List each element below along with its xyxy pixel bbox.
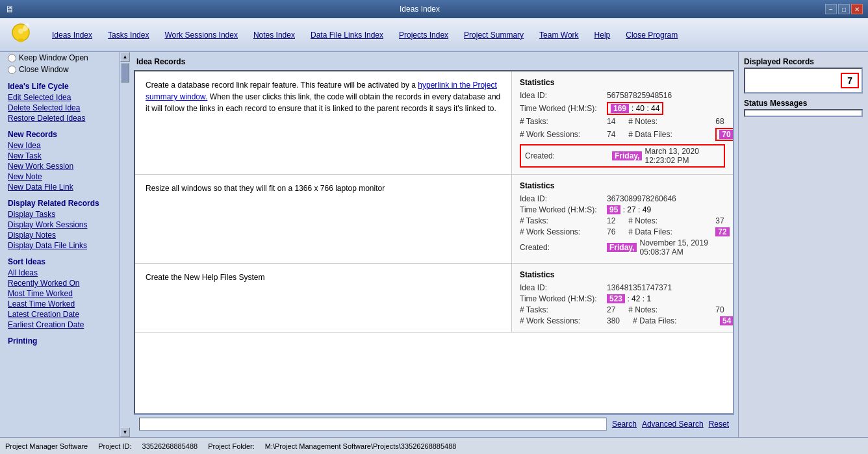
new-records-header: New Records — [0, 127, 120, 140]
sessions-files-row: # Work Sessions: 76 # Data Files: 72 — [520, 227, 725, 236]
files-sub: # Data Files: 70 — [628, 128, 734, 141]
search-input[interactable] — [139, 418, 607, 431]
nav-bar: Ideas Index Tasks Index Work Sessions In… — [0, 18, 868, 52]
nav-ideas-index[interactable]: Ideas Index — [44, 28, 100, 42]
notes-label: # Notes: — [628, 117, 713, 126]
status-messages-box — [744, 109, 863, 117]
tasks-value: 27 — [607, 305, 615, 314]
idea-id-label: Idea ID: — [520, 194, 604, 203]
title-bar: 🖥 Ideas Index − □ ✕ — [0, 0, 868, 18]
project-id-label: Project ID: — [98, 442, 131, 450]
time-sep: : 42 : 1 — [627, 294, 651, 303]
records-container[interactable]: Create a database record link repair fea… — [134, 70, 734, 414]
nav-data-file-links-index[interactable]: Data File Links Index — [303, 28, 391, 42]
recently-worked-on[interactable]: Recently Worked On — [0, 278, 120, 288]
tasks-notes-row: # Tasks: 14 # Notes: 68 — [520, 117, 725, 126]
least-time-worked[interactable]: Least Time Worked — [0, 299, 120, 309]
created-row: Created: Friday, November 15, 2019 05:08… — [520, 238, 725, 257]
sort-ideas-header: Sort Ideas — [0, 255, 120, 268]
earliest-creation-date[interactable]: Earliest Creation Date — [0, 320, 120, 330]
close-window-radio[interactable] — [8, 66, 16, 74]
edit-selected-idea[interactable]: Edit Selected Idea — [0, 92, 120, 103]
display-notes[interactable]: Display Notes — [0, 230, 120, 240]
keep-window-open-option[interactable]: Keep Window Open — [0, 52, 120, 64]
record-description: Create a database record link repair fea… — [135, 71, 512, 174]
delete-selected-idea[interactable]: Delete Selected Idea — [0, 103, 120, 113]
hyperlink[interactable]: hyperlink in the Project summary window. — [146, 81, 497, 101]
nav-projects-index[interactable]: Projects Index — [391, 28, 456, 42]
close-button[interactable]: ✕ — [851, 4, 863, 14]
displayed-records-section: Displayed Records 7 — [744, 57, 863, 94]
stats-header: Statistics — [520, 181, 725, 190]
project-folder-label: Project Folder: — [208, 442, 255, 450]
new-idea[interactable]: New Idea — [0, 140, 120, 151]
new-note[interactable]: New Note — [0, 171, 120, 182]
displayed-records-box: 7 — [744, 68, 863, 94]
nav-close-program[interactable]: Close Program — [618, 28, 685, 42]
notes-sub: # Notes: 68 — [628, 117, 724, 126]
minimize-button[interactable]: − — [825, 4, 837, 14]
record-statistics: Statistics Idea ID: 3673089978260646 Tim… — [512, 175, 733, 263]
created-label: Created: — [525, 151, 609, 160]
idea-id-row: Idea ID: 567587825948516 — [520, 91, 725, 100]
main-container: Keep Window Open Close Window Idea's Lif… — [0, 52, 868, 437]
restore-deleted-ideas[interactable]: Restore Deleted Ideas — [0, 113, 120, 123]
nav-notes-index[interactable]: Notes Index — [246, 28, 303, 42]
tasks-label: # Tasks: — [520, 117, 604, 126]
all-ideas[interactable]: All Ideas — [0, 268, 120, 278]
time-worked-label: Time Worked (H:M:S): — [520, 294, 604, 303]
scroll-down-arrow[interactable]: ▼ — [120, 427, 130, 437]
nav-project-summary[interactable]: Project Summary — [456, 28, 531, 42]
status-messages-header: Status Messages — [744, 99, 863, 108]
notes-label: # Notes: — [628, 305, 713, 314]
files-value: 54 — [720, 316, 734, 325]
display-data-file-links[interactable]: Display Data File Links — [0, 240, 120, 251]
notes-sub: # Notes: 70 — [628, 305, 724, 314]
time-worked-value: 169 : 40 : 44 — [607, 102, 663, 115]
stats-grid: Idea ID: 3673089978260646 Time Worked (H… — [520, 194, 725, 257]
idea-id-label: Idea ID: — [520, 91, 604, 100]
files-value: 72 — [715, 227, 729, 236]
close-window-option[interactable]: Close Window — [0, 64, 120, 75]
scroll-up-arrow[interactable]: ▲ — [120, 52, 130, 62]
notes-value: 37 — [715, 216, 724, 225]
sessions-value: 74 — [607, 130, 615, 139]
display-work-sessions[interactable]: Display Work Sessions — [0, 220, 120, 230]
nav-help[interactable]: Help — [587, 28, 619, 42]
new-data-file-link[interactable]: New Data File Link — [0, 182, 120, 192]
keep-window-radio[interactable] — [8, 54, 16, 62]
svg-rect-2 — [18, 39, 23, 42]
advanced-search-button[interactable]: Advanced Search — [642, 420, 704, 429]
new-task[interactable]: New Task — [0, 151, 120, 161]
time-worked-value: 95 : 27 : 49 — [607, 205, 651, 214]
scroll-thumb[interactable] — [121, 63, 129, 82]
nav-team-work[interactable]: Team Work — [531, 28, 586, 42]
search-button[interactable]: Search — [612, 420, 637, 429]
time-sep1: : 40 : 44 — [632, 104, 659, 113]
most-time-worked[interactable]: Most Time Worked — [0, 288, 120, 299]
table-row: Resize all windows so that they will fit… — [135, 175, 733, 264]
keep-window-label: Keep Window Open — [19, 53, 88, 62]
app-logo — [5, 19, 36, 51]
title-bar-icon: 🖥 — [5, 4, 14, 14]
svg-point-3 — [18, 29, 23, 34]
stats-header: Statistics — [520, 270, 725, 279]
stats-grid: Idea ID: 136481351747371 Time Worked (H:… — [520, 283, 725, 325]
display-tasks[interactable]: Display Tasks — [0, 209, 120, 220]
idea-id-value: 136481351747371 — [607, 283, 672, 292]
display-related-records-header: Display Related Records — [0, 196, 120, 209]
reset-button[interactable]: Reset — [709, 420, 729, 429]
time-worked-row: Time Worked (H:M:S): 95 : 27 : 49 — [520, 205, 725, 214]
content-header: Idea Records — [134, 56, 734, 68]
nav-work-sessions-index[interactable]: Work Sessions Index — [157, 28, 246, 42]
latest-creation-date[interactable]: Latest Creation Date — [0, 309, 120, 320]
window-title: Ideas Index — [14, 5, 825, 14]
record-description: Resize all windows so that they will fit… — [135, 175, 512, 263]
files-label: # Data Files: — [628, 227, 713, 236]
nav-tasks-index[interactable]: Tasks Index — [100, 28, 157, 42]
time-worked-label: Time Worked (H:M:S): — [520, 104, 604, 113]
maximize-button[interactable]: □ — [838, 4, 850, 14]
time-worked-row: Time Worked (H:M:S): 523 : 42 : 1 — [520, 294, 725, 303]
new-work-session[interactable]: New Work Session — [0, 161, 120, 171]
sessions-label: # Work Sessions: — [520, 227, 604, 236]
